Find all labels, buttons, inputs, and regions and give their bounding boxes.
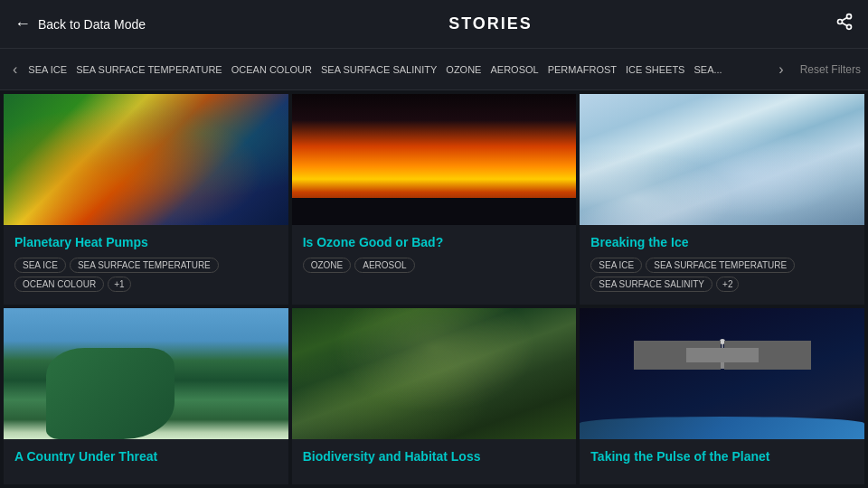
story-thumb-ice xyxy=(580,94,864,225)
story-thumb-ozone xyxy=(292,94,577,225)
story-tags-ice: SEA ICE SEA SURFACE TEMPERATURE SEA SURF… xyxy=(590,258,854,292)
svg-rect-7 xyxy=(741,356,790,367)
back-arrow-icon: ← xyxy=(14,14,31,33)
filter-tag-salinity[interactable]: SEA SURFACE SALINITY xyxy=(319,61,439,79)
svg-rect-9 xyxy=(735,360,742,363)
story-thumb-planetary xyxy=(4,94,288,225)
back-label: Back to Data Mode xyxy=(38,17,146,32)
header: ← Back to Data Mode STORIES xyxy=(0,0,868,49)
svg-rect-8 xyxy=(703,360,710,363)
svg-point-11 xyxy=(720,339,725,344)
story-tag[interactable]: SEA ICE xyxy=(590,258,642,273)
story-tag[interactable]: OZONE xyxy=(303,258,352,273)
reset-filters-button[interactable]: Reset Filters xyxy=(800,63,861,76)
story-title-ozone: Is Ozone Good or Bad? xyxy=(303,234,566,250)
svg-point-0 xyxy=(846,14,851,19)
story-title-biodiversity: Biodiversity and Habitat Loss xyxy=(303,448,566,465)
back-button[interactable]: ← Back to Data Mode xyxy=(14,14,146,33)
story-title-country: A Country Under Threat xyxy=(14,448,278,465)
story-info-ozone: Is Ozone Good or Bad? OZONE AEROSOL xyxy=(292,225,577,280)
story-tags-ozone: OZONE AEROSOL xyxy=(303,258,566,273)
story-tags-planetary: SEA ICE SEA SURFACE TEMPERATURE OCEAN CO… xyxy=(14,258,278,292)
svg-point-2 xyxy=(846,24,851,29)
filter-tag-ice-sheets[interactable]: ICE SHEETS xyxy=(624,61,686,79)
story-card-country[interactable]: A Country Under Threat xyxy=(4,308,288,484)
story-info-biodiversity: Biodiversity and Habitat Loss xyxy=(292,439,577,479)
story-tag-more[interactable]: +1 xyxy=(108,277,130,292)
filter-prev-button[interactable]: ‹ xyxy=(7,61,23,78)
filter-bar: ‹ SEA ICE SEA SURFACE TEMPERATURE OCEAN … xyxy=(0,49,868,90)
svg-rect-6 xyxy=(655,356,704,367)
page-title: STORIES xyxy=(448,14,533,33)
story-card-ice[interactable]: Breaking the Ice SEA ICE SEA SURFACE TEM… xyxy=(580,94,864,305)
story-card-satellite[interactable]: Taking the Pulse of the Planet xyxy=(580,308,864,484)
filter-tag-ocean-colour[interactable]: OCEAN COLOUR xyxy=(230,61,314,79)
svg-line-4 xyxy=(842,17,847,20)
filter-tag-permafrost[interactable]: PERMAFROST xyxy=(546,61,618,79)
svg-line-3 xyxy=(842,23,847,25)
story-title-ice: Breaking the Ice xyxy=(590,234,854,250)
svg-point-1 xyxy=(837,20,842,24)
story-card-planetary[interactable]: Planetary Heat Pumps SEA ICE SEA SURFACE… xyxy=(4,94,288,305)
filter-tag-ozone[interactable]: OZONE xyxy=(444,61,483,79)
story-info-country: A Country Under Threat xyxy=(4,439,288,479)
story-tag[interactable]: SEA SURFACE TEMPERATURE xyxy=(70,258,219,273)
story-thumb-biodiversity xyxy=(292,308,577,439)
story-thumb-country xyxy=(4,308,288,439)
story-title-satellite: Taking the Pulse of the Planet xyxy=(590,448,854,465)
story-tag[interactable]: SEA SURFACE TEMPERATURE xyxy=(646,258,795,273)
story-card-ozone[interactable]: Is Ozone Good or Bad? OZONE AEROSOL xyxy=(292,94,577,305)
filter-tag-sea-more[interactable]: SEA... xyxy=(692,61,723,79)
story-title-planetary: Planetary Heat Pumps xyxy=(14,234,278,250)
story-card-biodiversity[interactable]: Biodiversity and Habitat Loss xyxy=(292,308,577,484)
story-tag[interactable]: SEA ICE xyxy=(14,258,66,273)
filter-tag-sea-ice[interactable]: SEA ICE xyxy=(26,61,69,79)
story-info-ice: Breaking the Ice SEA ICE SEA SURFACE TEM… xyxy=(580,225,864,299)
filter-tag-aerosol[interactable]: AEROSOL xyxy=(488,61,540,79)
story-tag-more[interactable]: +2 xyxy=(716,277,739,292)
share-icon[interactable] xyxy=(835,13,854,35)
story-info-satellite: Taking the Pulse of the Planet xyxy=(580,439,864,479)
filter-tags-list: SEA ICE SEA SURFACE TEMPERATURE OCEAN CO… xyxy=(26,61,769,79)
filter-next-button[interactable]: › xyxy=(773,61,788,78)
stories-grid: Planetary Heat Pumps SEA ICE SEA SURFACE… xyxy=(0,90,868,488)
story-tag[interactable]: AEROSOL xyxy=(354,258,414,273)
filter-tag-sst[interactable]: SEA SURFACE TEMPERATURE xyxy=(74,61,224,79)
story-thumb-satellite xyxy=(580,308,864,439)
story-tag[interactable]: SEA SURFACE SALINITY xyxy=(590,277,712,292)
story-tag[interactable]: OCEAN COLOUR xyxy=(14,277,104,292)
story-info-planetary: Planetary Heat Pumps SEA ICE SEA SURFACE… xyxy=(4,225,288,299)
svg-rect-5 xyxy=(709,354,736,369)
